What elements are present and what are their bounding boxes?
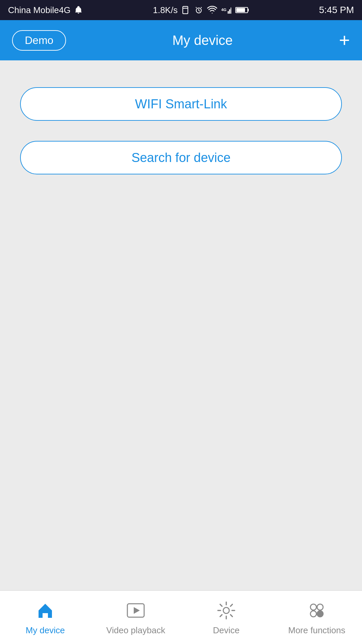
bottom-nav: My device Video playback Device — [0, 590, 362, 644]
svg-point-12 — [310, 604, 316, 610]
alarm-icon — [194, 6, 203, 14]
sim-icon — [182, 6, 190, 14]
svg-rect-0 — [183, 6, 188, 14]
nav-label-video-playback: Video playback — [106, 625, 165, 636]
svg-rect-7 — [248, 9, 249, 11]
header: Demo My device + — [0, 20, 362, 60]
status-bar-time: 5:45 PM — [319, 5, 354, 15]
svg-text:4G: 4G — [221, 7, 227, 12]
nav-label-my-device: My device — [25, 625, 65, 636]
nav-item-device[interactable]: Device — [181, 599, 272, 636]
speed-text: 1.8K/s — [153, 5, 178, 15]
nav-label-more-functions: More functions — [288, 625, 346, 636]
video-icon — [124, 599, 147, 622]
svg-point-15 — [317, 611, 323, 617]
nav-item-video-playback[interactable]: Video playback — [90, 599, 181, 636]
demo-button[interactable]: Demo — [12, 30, 66, 51]
svg-point-11 — [223, 607, 229, 613]
wifi-smart-link-button[interactable]: WIFI Smart-Link — [20, 87, 342, 121]
wifi-icon — [207, 6, 217, 14]
main-content: WIFI Smart-Link Search for device — [0, 60, 362, 590]
search-for-device-button[interactable]: Search for device — [20, 141, 342, 174]
svg-rect-4 — [229, 9, 230, 14]
svg-rect-5 — [231, 8, 231, 14]
battery-icon — [235, 6, 249, 14]
nav-item-more-functions[interactable]: More functions — [272, 599, 362, 636]
signal-icon: 4G — [221, 6, 231, 14]
nav-label-device: Device — [213, 625, 239, 636]
svg-point-14 — [310, 611, 316, 617]
gear-icon — [215, 599, 238, 622]
svg-rect-3 — [228, 11, 229, 14]
svg-rect-8 — [236, 8, 245, 12]
status-bar-left: China Mobile4G — [8, 5, 83, 15]
add-device-button[interactable]: + — [339, 31, 350, 50]
nav-item-my-device[interactable]: My device — [0, 599, 90, 636]
svg-marker-10 — [134, 607, 140, 614]
status-bar-center: 1.8K/s 4G — [153, 5, 249, 15]
home-icon — [34, 599, 57, 622]
carrier-text: China Mobile4G — [8, 5, 70, 15]
header-title: My device — [66, 33, 339, 48]
status-bar: China Mobile4G 1.8K/s 4G — [0, 0, 362, 20]
svg-point-13 — [317, 604, 323, 610]
more-icon — [305, 599, 328, 622]
bell-icon — [74, 5, 83, 15]
